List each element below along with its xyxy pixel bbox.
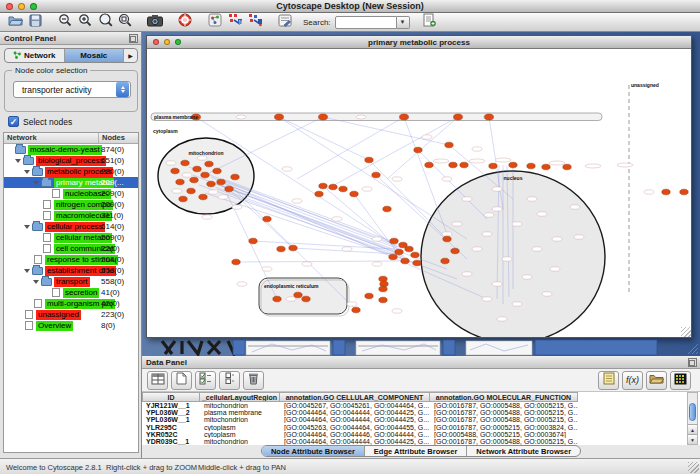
cell[interactable]: plasma membrane bbox=[200, 409, 280, 416]
float-panel-icon[interactable] bbox=[129, 34, 138, 43]
graph-node[interactable] bbox=[302, 296, 310, 302]
graph-edge[interactable] bbox=[297, 117, 404, 179]
scroll-up-button[interactable]: ▲ bbox=[688, 424, 697, 434]
graph-node[interactable] bbox=[401, 258, 409, 264]
scroll-down-button[interactable]: ▼ bbox=[688, 434, 697, 444]
close-icon[interactable] bbox=[153, 39, 159, 45]
graph-node[interactable] bbox=[380, 281, 388, 287]
graph-edge[interactable] bbox=[369, 160, 447, 239]
graph-node[interactable] bbox=[187, 188, 195, 194]
graph-node[interactable] bbox=[542, 164, 550, 170]
tree-row-multi-organism-pro[interactable]: multi-organism pro42(0) bbox=[4, 298, 138, 309]
graph-node[interactable] bbox=[232, 259, 240, 265]
select-attributes-button[interactable] bbox=[195, 371, 216, 390]
cell[interactable]: [GO:0016787, GO:0005488, GO:0005215, G..… bbox=[430, 402, 578, 409]
tab-network-attribute-browser[interactable]: Network Attribute Browser bbox=[467, 446, 580, 456]
close-button[interactable] bbox=[6, 3, 13, 10]
tree-col-nodes[interactable]: Nodes bbox=[99, 133, 138, 143]
graph-node[interactable] bbox=[390, 238, 398, 244]
tree-row-cellular-process[interactable]: cellular process614(0) bbox=[4, 221, 138, 232]
help-button[interactable] bbox=[175, 14, 195, 31]
graph-node[interactable] bbox=[379, 297, 387, 303]
graph-node[interactable] bbox=[179, 196, 187, 202]
cell[interactable]: [GO:0016787, GO:0005488, GO:0005215, G..… bbox=[430, 409, 578, 416]
open-file-button[interactable] bbox=[5, 14, 25, 31]
graph-node[interactable] bbox=[454, 114, 463, 120]
graph-node[interactable] bbox=[294, 292, 302, 298]
cell[interactable]: mitochondrion bbox=[200, 438, 280, 445]
graph-node[interactable] bbox=[411, 252, 419, 258]
unselect-attributes-button[interactable] bbox=[219, 371, 240, 390]
tab-node-attribute-browser[interactable]: Node Attribute Browser bbox=[262, 446, 365, 456]
minimize-icon[interactable] bbox=[164, 39, 170, 45]
graph-node[interactable] bbox=[225, 186, 233, 192]
attribute-table-button[interactable] bbox=[147, 371, 168, 390]
graph-node[interactable] bbox=[289, 245, 297, 251]
tree-col-network[interactable]: Network bbox=[4, 133, 99, 143]
tree-row-transport[interactable]: transport558(0) bbox=[4, 276, 138, 287]
graph-edge[interactable] bbox=[217, 189, 457, 279]
app-resize-grip[interactable] bbox=[688, 462, 699, 473]
graph-node[interactable] bbox=[249, 238, 257, 244]
cell[interactable]: [GO:0044464, GO:0044446, GO:0044444, G..… bbox=[280, 431, 430, 438]
graph-node[interactable] bbox=[352, 307, 360, 313]
tree-row-establishment-of-lo[interactable]: establishment of lo558(0) bbox=[4, 265, 138, 276]
cell[interactable]: cytoplasm bbox=[200, 431, 280, 438]
table-row[interactable]: YPL036W__1mitochondrion[GO:0044464, GO:0… bbox=[142, 416, 700, 423]
cell[interactable]: YPL036W__1 bbox=[142, 416, 200, 423]
graph-node[interactable] bbox=[662, 189, 670, 195]
tree-row-unassigned[interactable]: unassigned223(0) bbox=[4, 309, 138, 320]
graph-node[interactable] bbox=[315, 191, 323, 197]
graph-node[interactable] bbox=[329, 184, 337, 190]
network-view-window[interactable]: primary metabolic process plasma membran… bbox=[146, 35, 692, 338]
graph-node[interactable] bbox=[400, 114, 409, 120]
graph-node[interactable] bbox=[485, 114, 494, 120]
search-config-button[interactable] bbox=[275, 14, 295, 31]
cell[interactable]: mitochondrion bbox=[200, 402, 280, 409]
graph-edge[interactable] bbox=[205, 193, 415, 263]
cell[interactable]: [GO:0044464, GO:0044444, GO:0044425, G..… bbox=[280, 438, 430, 445]
cell[interactable]: mitochondrion bbox=[200, 416, 280, 423]
graph-node[interactable] bbox=[379, 286, 387, 292]
search-dropdown-button[interactable]: ▼ bbox=[397, 16, 410, 29]
network-overview-button[interactable] bbox=[205, 14, 225, 31]
graph-node[interactable] bbox=[176, 179, 184, 185]
expander-icon[interactable] bbox=[33, 280, 39, 284]
graph-node[interactable] bbox=[319, 114, 328, 120]
zoom-out-button[interactable] bbox=[55, 14, 75, 31]
table-row[interactable]: YKR052Ccytoplasm[GO:0044464, GO:0044446,… bbox=[142, 431, 700, 438]
tree-row-secretion[interactable]: secretion41(0) bbox=[4, 287, 138, 298]
tree-row-primary-metabo[interactable]: primary metabo209(... bbox=[4, 177, 138, 188]
graph-node[interactable] bbox=[414, 147, 422, 153]
graph-node[interactable] bbox=[509, 162, 517, 168]
attribute-matrix-button[interactable] bbox=[670, 371, 691, 390]
cell[interactable]: cytoplasm bbox=[200, 424, 280, 431]
cell[interactable]: YDR039C__1 bbox=[142, 438, 200, 445]
cell[interactable]: [GO:0005488, GO:0005215, GO:0003674] bbox=[430, 431, 578, 438]
cell[interactable]: [GO:0016787, GO:0005488, GO:0005215, G..… bbox=[430, 416, 578, 423]
graph-node[interactable] bbox=[489, 163, 497, 169]
cell[interactable]: YKR052C bbox=[142, 431, 200, 438]
network-window-titlebar[interactable]: primary metabolic process bbox=[147, 36, 691, 49]
delete-attribute-button[interactable] bbox=[243, 371, 264, 390]
import-attributes-button[interactable] bbox=[646, 371, 667, 390]
cell[interactable]: [GO:0016787, GO:0005488, GO:0005215, G..… bbox=[430, 438, 578, 445]
tree-row-macromolecule[interactable]: macromolecule311(0) bbox=[4, 210, 138, 221]
graph-node[interactable] bbox=[181, 160, 189, 166]
graph-node[interactable] bbox=[277, 246, 285, 252]
graph-node[interactable] bbox=[207, 181, 215, 187]
zoom-in-button[interactable] bbox=[75, 14, 95, 31]
graph-edge[interactable] bbox=[323, 117, 449, 145]
graph-edge[interactable] bbox=[279, 117, 369, 160]
graph-node[interactable] bbox=[213, 168, 221, 174]
create-view-button-2[interactable] bbox=[245, 14, 265, 31]
graph-node[interactable] bbox=[171, 168, 179, 174]
graph-node[interactable] bbox=[395, 249, 403, 255]
cell[interactable]: [GO:0044464, GO:0044444, GO:0044425, G..… bbox=[280, 416, 430, 423]
zoom-icon[interactable] bbox=[175, 39, 181, 45]
graph-node[interactable] bbox=[365, 157, 373, 163]
attribute-editor-button[interactable] bbox=[598, 371, 619, 390]
tree-row-cell-communicat[interactable]: cell communicat22(0) bbox=[4, 243, 138, 254]
tree-row-mosaic-demo-yeast[interactable]: mosaic-demo-yeast874(0) bbox=[4, 144, 138, 155]
table-row[interactable]: YPL036W__2plasma membrane[GO:0044464, GO… bbox=[142, 409, 700, 416]
